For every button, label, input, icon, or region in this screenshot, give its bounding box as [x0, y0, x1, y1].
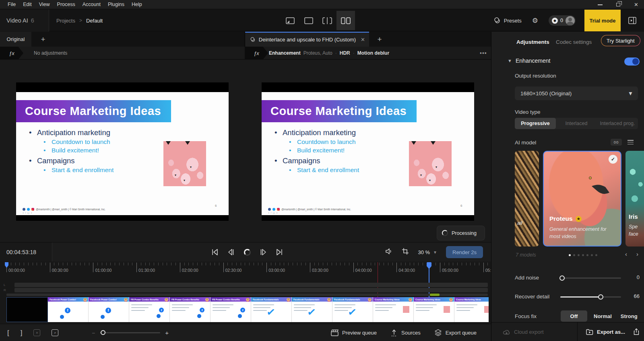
share-icon[interactable] — [633, 328, 640, 337]
view-original-icon[interactable] — [281, 11, 299, 30]
preview-queue-button[interactable]: Preview queue — [331, 329, 377, 336]
video-type-interlaced[interactable]: Interlaced — [556, 118, 597, 129]
carousel-dot[interactable] — [591, 254, 593, 256]
filmstrip-thumbnail[interactable]: Facebook Fundamentals✓ — [292, 297, 332, 322]
filmstrip-thumbnail[interactable]: Facebook Power Combo!f — [89, 297, 129, 322]
menu-item-file[interactable]: File — [4, 2, 19, 7]
add-tab-left-button[interactable]: + — [37, 32, 49, 47]
filter-chain[interactable]: Enhancement Proteus, Auto · HDR · Motion… — [269, 47, 389, 60]
filmstrip-thumbnail[interactable]: FB Power Combo Benefitsf — [170, 297, 211, 322]
menu-item-process[interactable]: Process — [54, 2, 79, 7]
carousel-prev-icon[interactable]: ‹ — [625, 251, 627, 257]
carousel-dot[interactable] — [578, 254, 580, 256]
view-split-icon[interactable] — [318, 11, 336, 30]
tab-original[interactable]: Original — [0, 32, 31, 47]
menu-item-edit[interactable]: Edit — [19, 2, 35, 7]
filter-motion-deblur[interactable]: Motion deblur — [357, 50, 389, 56]
breadcrumb-projects[interactable]: Projects — [56, 18, 75, 24]
presets-button[interactable]: Presets — [493, 17, 522, 24]
enhancement-section-header[interactable]: ▼ Enhancement — [491, 57, 644, 66]
output-resolution-dropdown[interactable]: 1680×1050 (Original) ▼ — [515, 86, 638, 100]
add-noise-slider[interactable] — [560, 277, 621, 279]
next-frame-icon[interactable] — [258, 247, 268, 257]
preview-frame-original[interactable]: Course Marketing Ideas Anticipation mark… — [16, 82, 229, 221]
filmstrip-thumbnail[interactable]: Facebook Fundamentals✓ — [251, 297, 292, 322]
tab-close-icon[interactable]: ✕ — [361, 37, 365, 43]
try-starlight-button[interactable]: Try Starlight — [601, 35, 640, 46]
timeline-zoom-slider[interactable] — [100, 332, 160, 333]
carousel-dot[interactable] — [582, 254, 584, 256]
skip-start-icon[interactable] — [210, 247, 220, 257]
filmstrip-thumbnail[interactable]: Course Marketing Ideas — [373, 297, 414, 322]
recover-detail-knob[interactable] — [598, 294, 603, 300]
preview-zoom-select[interactable]: 30 % ▼ — [418, 249, 437, 255]
tab-adjustments[interactable]: Adjustments — [516, 39, 549, 45]
timecode-display[interactable]: 00:04:53:18 — [0, 242, 52, 262]
video-type-progressive[interactable]: Progressive — [515, 118, 556, 129]
audio-icon[interactable] — [385, 248, 393, 257]
model-list-icon[interactable] — [627, 139, 634, 145]
timeline-zoom-knob[interactable] — [101, 330, 105, 335]
restore-icon[interactable] — [616, 3, 620, 6]
enhancement-toggle[interactable] — [624, 58, 640, 66]
carousel-dot[interactable] — [595, 254, 597, 256]
render-button[interactable]: Render 2s — [446, 246, 483, 258]
filter-enhancement[interactable]: Enhancement — [269, 50, 301, 56]
clear-trim-icon[interactable]: ✕ — [33, 329, 40, 336]
sources-button[interactable]: Sources — [390, 329, 421, 337]
filmstrip-thumbnail[interactable]: FB Power Combo Benefitsf — [129, 297, 170, 322]
zoom-fit-icon[interactable]: ⌕ — [52, 329, 58, 336]
menu-item-help[interactable]: Help — [128, 2, 146, 7]
add-tab-right-button[interactable]: + — [374, 32, 386, 47]
video-type-interlaced-prog[interactable]: Interlaced prog. — [597, 118, 638, 129]
close-icon[interactable]: ✕ — [634, 2, 638, 7]
skip-end-icon[interactable] — [275, 247, 284, 257]
model-compare-badge[interactable]: 00 — [611, 139, 622, 146]
filmstrip[interactable]: Facebook Power Combo!fFacebook Power Com… — [6, 297, 489, 322]
tab-preset[interactable]: Deinterlace and upscale to FHD (Custom) … — [245, 32, 369, 47]
prev-frame-icon[interactable] — [226, 247, 236, 257]
focus-fix-off[interactable]: Off — [561, 310, 587, 322]
zoom-in-icon[interactable]: + — [165, 329, 169, 336]
cloud-export-button[interactable]: Cloud export — [503, 323, 544, 341]
add-noise-knob[interactable] — [559, 275, 565, 281]
minimize-icon[interactable] — [598, 4, 603, 5]
model-card-proteus[interactable]: ✓ Proteus ★ General enhancement for most… — [543, 151, 621, 247]
chevron-down-icon[interactable]: ▼ — [508, 58, 512, 63]
tab-codec-settings[interactable]: Codec settings — [556, 39, 592, 45]
view-side-by-side-icon[interactable] — [336, 11, 355, 30]
export-as-button[interactable]: Export as... — [586, 323, 625, 341]
model-card-next-iris[interactable]: Iris Spe face — [625, 151, 644, 247]
filmstrip-thumbnail[interactable]: Course Marketing Ideas — [414, 297, 454, 322]
carousel-next-icon[interactable]: › — [636, 251, 638, 257]
menu-item-view[interactable]: View — [35, 2, 54, 7]
menu-item-plugins[interactable]: Plugins — [104, 2, 128, 7]
filmstrip-thumbnail[interactable]: Facebook Fundamentals✓ — [332, 297, 373, 322]
crop-icon[interactable] — [402, 248, 409, 257]
trial-mode-button[interactable]: Trial mode — [584, 10, 621, 31]
trim-out-icon[interactable]: ] — [21, 329, 23, 337]
breadcrumb-current[interactable]: Default — [86, 18, 103, 24]
model-card-previous[interactable]: ail — [515, 151, 539, 247]
zoom-out-icon[interactable]: − — [92, 330, 95, 336]
account-avatar[interactable] — [566, 16, 575, 25]
filter-hdr[interactable]: HDR — [340, 50, 350, 56]
trim-in-icon[interactable]: [ — [7, 329, 9, 337]
carousel-dot[interactable] — [569, 254, 571, 256]
export-queue-button[interactable]: Export queue — [434, 329, 477, 337]
filmstrip-thumbnail[interactable]: Facebook Power Combo!f — [48, 297, 89, 322]
focus-fix-strong[interactable]: Strong — [618, 310, 640, 322]
filter-more-icon[interactable]: ••• — [480, 47, 487, 60]
carousel-dot[interactable] — [573, 254, 575, 256]
gear-icon[interactable]: ⚙ — [532, 16, 538, 25]
play-loading-spinner-icon[interactable] — [242, 247, 252, 257]
filmstrip-thumbnail[interactable]: FB Power Combo Benefitsf — [211, 297, 251, 322]
credits-chip[interactable]: ◆ 0 — [549, 15, 576, 26]
panel-toggle-icon[interactable] — [621, 10, 644, 31]
filmstrip-thumbnail[interactable]: Course Marketing Ideas — [454, 297, 489, 322]
focus-fix-normal[interactable]: Normal — [591, 310, 614, 322]
carousel-dot[interactable] — [586, 254, 588, 256]
timeline-ruler[interactable]: 00:00:0000:30:0001:00:0001:30:0002:00:00… — [0, 261, 491, 278]
filmstrip-thumbnail[interactable] — [6, 297, 48, 322]
menu-item-account[interactable]: Account — [79, 2, 104, 7]
